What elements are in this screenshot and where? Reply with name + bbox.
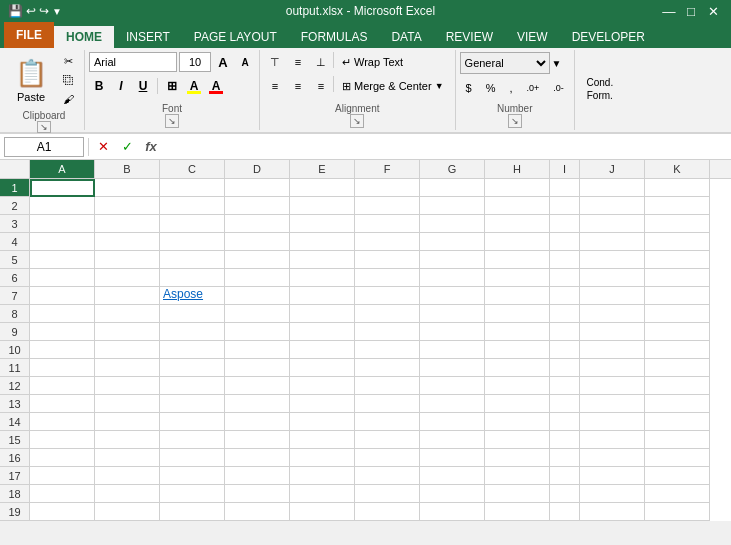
tab-home[interactable]: HOME (54, 26, 114, 48)
font-color-button[interactable]: A (206, 76, 226, 96)
cell-D5[interactable] (225, 251, 290, 269)
cell-K17[interactable] (645, 467, 710, 485)
cell-A1[interactable] (30, 179, 95, 197)
cell-E7[interactable] (290, 287, 355, 305)
cell-K6[interactable] (645, 269, 710, 287)
cell-J2[interactable] (580, 197, 645, 215)
cell-H9[interactable] (485, 323, 550, 341)
cell-E1[interactable] (290, 179, 355, 197)
tab-file[interactable]: FILE (4, 22, 54, 48)
cell-B16[interactable] (95, 449, 160, 467)
cell-C14[interactable] (160, 413, 225, 431)
cell-G13[interactable] (420, 395, 485, 413)
cell-C4[interactable] (160, 233, 225, 251)
row-header-18[interactable]: 18 (0, 485, 30, 503)
cell-D7[interactable] (225, 287, 290, 305)
merge-center-button[interactable]: ⊞ Merge & Center ▼ (335, 76, 451, 96)
cell-G2[interactable] (420, 197, 485, 215)
cell-F5[interactable] (355, 251, 420, 269)
font-expand-button[interactable]: ↘ (165, 114, 179, 128)
cell-I4[interactable] (550, 233, 580, 251)
cell-G15[interactable] (420, 431, 485, 449)
cell-E4[interactable] (290, 233, 355, 251)
qa-dropdown-icon[interactable]: ▼ (52, 6, 62, 17)
cell-D18[interactable] (225, 485, 290, 503)
cell-D2[interactable] (225, 197, 290, 215)
cell-A11[interactable] (30, 359, 95, 377)
cell-H8[interactable] (485, 305, 550, 323)
cell-D12[interactable] (225, 377, 290, 395)
cell-K2[interactable] (645, 197, 710, 215)
cell-C9[interactable] (160, 323, 225, 341)
cell-B2[interactable] (95, 197, 160, 215)
cell-D19[interactable] (225, 503, 290, 521)
row-header-7[interactable]: 7 (0, 287, 30, 305)
cell-K1[interactable] (645, 179, 710, 197)
cell-G17[interactable] (420, 467, 485, 485)
cell-B3[interactable] (95, 215, 160, 233)
cell-A3[interactable] (30, 215, 95, 233)
cell-G4[interactable] (420, 233, 485, 251)
row-header-8[interactable]: 8 (0, 305, 30, 323)
cell-E12[interactable] (290, 377, 355, 395)
cell-A2[interactable] (30, 197, 95, 215)
maximize-button[interactable]: □ (681, 4, 701, 19)
cell-G19[interactable] (420, 503, 485, 521)
cell-J11[interactable] (580, 359, 645, 377)
cell-B18[interactable] (95, 485, 160, 503)
col-header-i[interactable]: I (550, 160, 580, 178)
cell-A18[interactable] (30, 485, 95, 503)
cell-J3[interactable] (580, 215, 645, 233)
cell-F11[interactable] (355, 359, 420, 377)
cell-J17[interactable] (580, 467, 645, 485)
cell-E10[interactable] (290, 341, 355, 359)
alignment-expand-button[interactable]: ↘ (350, 114, 364, 128)
cell-H18[interactable] (485, 485, 550, 503)
tab-page-layout[interactable]: PAGE LAYOUT (182, 26, 289, 48)
cell-H12[interactable] (485, 377, 550, 395)
cell-F8[interactable] (355, 305, 420, 323)
cell-C6[interactable] (160, 269, 225, 287)
cell-I8[interactable] (550, 305, 580, 323)
cell-K5[interactable] (645, 251, 710, 269)
cell-G9[interactable] (420, 323, 485, 341)
cell-J9[interactable] (580, 323, 645, 341)
cell-G10[interactable] (420, 341, 485, 359)
cell-F14[interactable] (355, 413, 420, 431)
increase-font-size-button[interactable]: A (213, 52, 233, 72)
cell-D17[interactable] (225, 467, 290, 485)
cell-K4[interactable] (645, 233, 710, 251)
cell-H3[interactable] (485, 215, 550, 233)
cell-K18[interactable] (645, 485, 710, 503)
row-header-12[interactable]: 12 (0, 377, 30, 395)
cell-D6[interactable] (225, 269, 290, 287)
cell-B19[interactable] (95, 503, 160, 521)
cell-F1[interactable] (355, 179, 420, 197)
cell-I14[interactable] (550, 413, 580, 431)
cell-E18[interactable] (290, 485, 355, 503)
cell-B12[interactable] (95, 377, 160, 395)
cell-F4[interactable] (355, 233, 420, 251)
cell-H4[interactable] (485, 233, 550, 251)
font-size-input[interactable] (179, 52, 211, 72)
cell-G7[interactable] (420, 287, 485, 305)
cell-H15[interactable] (485, 431, 550, 449)
number-format-dropdown-icon[interactable]: ▼ (552, 58, 562, 69)
tab-view[interactable]: VIEW (505, 26, 560, 48)
cell-C15[interactable] (160, 431, 225, 449)
cell-D4[interactable] (225, 233, 290, 251)
paste-button[interactable]: 📋 Paste (8, 52, 54, 108)
cell-B11[interactable] (95, 359, 160, 377)
cell-G18[interactable] (420, 485, 485, 503)
cell-G6[interactable] (420, 269, 485, 287)
fill-color-button[interactable]: A (184, 76, 204, 96)
cell-F16[interactable] (355, 449, 420, 467)
tab-formulas[interactable]: FORMULAS (289, 26, 380, 48)
cell-J10[interactable] (580, 341, 645, 359)
cell-E16[interactable] (290, 449, 355, 467)
cell-G1[interactable] (420, 179, 485, 197)
underline-button[interactable]: U (133, 76, 153, 96)
col-header-a[interactable]: A (30, 160, 95, 178)
cell-K3[interactable] (645, 215, 710, 233)
col-header-k[interactable]: K (645, 160, 710, 178)
